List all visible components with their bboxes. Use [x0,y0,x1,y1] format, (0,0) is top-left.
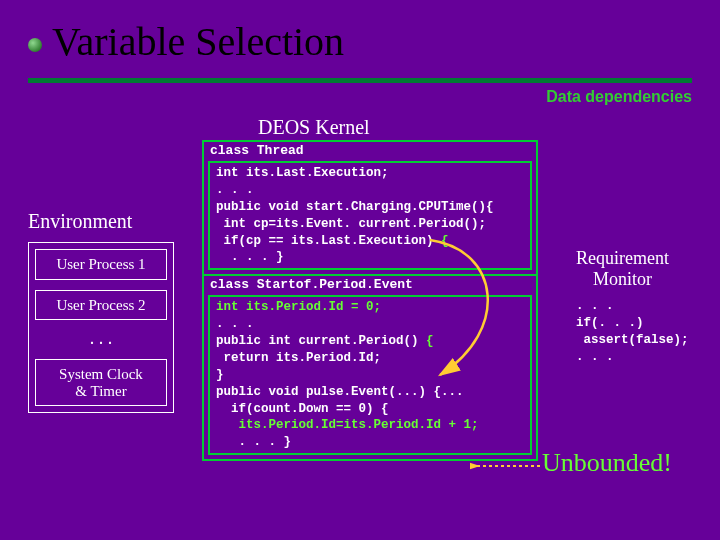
spe-class-header: class Startof.Period.Event [204,276,536,293]
user-process-box: User Process 2 [35,290,167,321]
highlight-brace: { [441,234,449,248]
environment-group: User Process 1 User Process 2 . . . Syst… [28,242,174,413]
page-title: Variable Selection [0,0,720,73]
subtitle: Data dependencies [546,88,692,106]
thread-class-body: int its.Last.Execution; . . . public voi… [208,161,532,270]
user-process-box: User Process 1 [35,249,167,280]
requirement-monitor-code: . . . if(. . .) assert(false); . . . [576,298,689,366]
system-clock-box: System Clock & Timer [35,359,167,406]
highlight-line: int its.Period.Id = 0; [216,300,381,314]
spe-class-body: int its.Period.Id = 0; . . . public int … [208,295,532,455]
highlight-brace: { [426,334,434,348]
bullet-icon [28,38,42,52]
highlight-line: its.Period.Id=its.Period.Id + 1; [239,418,479,432]
spe-class-section: class Startof.Period.Event int its.Perio… [204,274,536,455]
thread-class-section: class Thread int its.Last.Execution; . .… [204,142,536,270]
thread-class-header: class Thread [204,142,536,159]
kernel-label: DEOS Kernel [258,116,370,139]
ellipsis: . . . [35,328,167,349]
code-panel: class Thread int its.Last.Execution; . .… [202,140,538,461]
unbounded-label: Unbounded! [542,448,672,478]
title-underline [28,78,692,83]
environment-label: Environment [28,210,132,233]
requirement-monitor-label: Requirement Monitor [576,248,669,289]
